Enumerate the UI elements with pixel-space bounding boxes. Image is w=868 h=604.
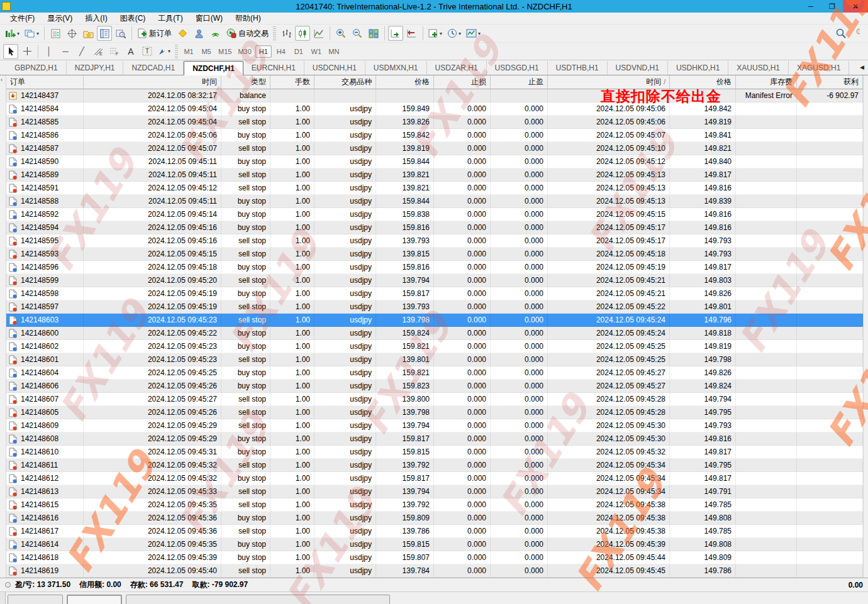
- chart-tab-nzdchf-h1[interactable]: NZDCHF,H1: [184, 61, 243, 75]
- timeframe-button-mn[interactable]: MN: [326, 45, 342, 58]
- menu-item[interactable]: 窗口(W): [189, 12, 229, 25]
- column-header-10[interactable]: 库存费: [736, 75, 797, 89]
- table-row[interactable]: 1421486062024.12.05 09:45:26buy stop1.00…: [6, 380, 863, 393]
- close-button[interactable]: ✕: [843, 0, 868, 13]
- table-row[interactable]: 1421486052024.12.05 09:45:26sell stop1.0…: [6, 406, 863, 419]
- table-row[interactable]: 1421486172024.12.05 09:45:36sell stop1.0…: [6, 525, 863, 538]
- bottom-tab[interactable]: [8, 595, 63, 604]
- maximize-button[interactable]: ❐: [821, 0, 843, 13]
- strategy-tester-button[interactable]: [113, 26, 128, 41]
- chart-tab-usdthb-h1[interactable]: USDTHB,H1: [548, 61, 608, 75]
- table-row[interactable]: 1421485982024.12.05 09:45:19buy stop1.00…: [6, 287, 863, 300]
- profiles-button[interactable]: ▾: [23, 26, 41, 41]
- table-row[interactable]: 1421486192024.12.05 09:45:40sell stop1.0…: [6, 564, 863, 578]
- search-button[interactable]: [833, 26, 849, 41]
- table-row[interactable]: 1421486122024.12.05 09:45:32buy stop1.00…: [6, 472, 863, 485]
- bottom-tab-group[interactable]: [126, 595, 390, 604]
- table-row[interactable]: 1421485932024.12.05 09:45:15sell stop1.0…: [6, 248, 863, 261]
- data-window-button[interactable]: [64, 26, 79, 41]
- navigator-button[interactable]: [81, 26, 96, 41]
- chart-tab-xagusd-h1[interactable]: XAGUSD,H1: [789, 61, 849, 75]
- table-row[interactable]: 1421485882024.12.05 09:45:11buy stop1.00…: [6, 195, 863, 208]
- publisher-button[interactable]: [191, 26, 206, 41]
- new-order-button[interactable]: 新订单: [135, 26, 174, 41]
- chart-shift-button[interactable]: [404, 26, 420, 41]
- column-header-1[interactable]: 时间: [84, 75, 221, 89]
- timeframe-button-w1[interactable]: W1: [308, 45, 325, 58]
- chart-tab-usdmxn-h1[interactable]: USDMXN,H1: [365, 61, 427, 75]
- column-header-7[interactable]: 止盈: [491, 75, 548, 89]
- chart-tab-usdsgd-h1[interactable]: USDSGD,H1: [487, 61, 548, 75]
- table-row[interactable]: 1421485862024.12.05 09:45:06buy stop1.00…: [6, 129, 863, 142]
- table-row[interactable]: 1421486112024.12.05 09:45:32sell stop1.0…: [6, 459, 863, 472]
- cursor-button[interactable]: [3, 44, 18, 59]
- table-row[interactable]: 1421485952024.12.05 09:45:16sell stop1.0…: [6, 234, 863, 248]
- column-header-5[interactable]: 价格: [376, 75, 434, 89]
- table-row[interactable]: 1421485852024.12.05 09:45:04sell stop1.0…: [6, 116, 863, 129]
- table-row[interactable]: 1421486102024.12.05 09:45:31buy stop1.00…: [6, 446, 863, 459]
- bar-chart-button[interactable]: [279, 26, 294, 41]
- table-row[interactable]: 1421486182024.12.05 09:45:39buy stop1.00…: [6, 551, 863, 564]
- timeframe-button-h4[interactable]: H4: [273, 45, 289, 58]
- column-header-3[interactable]: 手数: [270, 75, 314, 89]
- menu-item[interactable]: 帮助(H): [229, 12, 267, 25]
- chart-tab-gbpnzd-h1[interactable]: GBPNZD,H1: [6, 61, 67, 75]
- column-header-11[interactable]: 获利: [797, 75, 863, 89]
- table-row-selected[interactable]: 1421486032024.12.05 09:45:23sell stop1.0…: [6, 314, 863, 327]
- timeframe-button-d1[interactable]: D1: [291, 45, 307, 58]
- tab-scroll-left-icon[interactable]: ◀: [860, 64, 864, 70]
- equidistant-channel-button[interactable]: E: [91, 44, 106, 59]
- crosshair-button[interactable]: [19, 44, 35, 59]
- timeframe-button-m5[interactable]: M5: [198, 45, 214, 58]
- chart-tab-usdzar-h1[interactable]: USDZAR,H1: [427, 61, 487, 75]
- table-row[interactable]: 1421486082024.12.05 09:45:29buy stop1.00…: [6, 432, 863, 446]
- bottom-tab-active[interactable]: [67, 595, 122, 604]
- table-row[interactable]: 1421486092024.12.05 09:45:29sell stop1.0…: [6, 419, 863, 432]
- chart-tab-nzdjpy-h1[interactable]: NZDJPY,H1: [67, 61, 124, 75]
- timeframe-button-h1[interactable]: H1: [255, 45, 272, 58]
- chart-tab-usdcnh-h1[interactable]: USDCNH,H1: [304, 61, 365, 75]
- chart-tab-usdvnd-h1[interactable]: USDVND,H1: [608, 61, 668, 75]
- table-row[interactable]: 1421486142024.12.05 09:45:35buy stop1.00…: [6, 538, 863, 551]
- zoom-out-button[interactable]: [350, 26, 365, 41]
- chart-tab-nzdcad-h1[interactable]: NZDCAD,H1: [123, 61, 184, 75]
- metaeditor-button[interactable]: [175, 26, 190, 41]
- menu-item[interactable]: 显示(V): [41, 12, 79, 25]
- column-header-6[interactable]: 止损: [434, 75, 491, 89]
- templates-button[interactable]: ▾: [464, 26, 482, 41]
- table-row[interactable]: 1421484372024.12.05 08:32:17balanceManif…: [6, 89, 863, 102]
- help-pin-icon[interactable]: [850, 26, 865, 41]
- candlestick-chart-button[interactable]: [295, 26, 310, 41]
- market-watch-button[interactable]: [48, 26, 63, 41]
- table-row[interactable]: 1421485942024.12.05 09:45:16buy stop1.00…: [6, 221, 863, 234]
- table-row[interactable]: 1421485902024.12.05 09:45:11buy stop1.00…: [6, 155, 863, 168]
- arrows-shapes-button[interactable]: ▾: [156, 44, 172, 59]
- column-header-0[interactable]: 订单: [6, 75, 84, 89]
- trendline-button[interactable]: ╱: [74, 44, 89, 59]
- table-row[interactable]: 1421486072024.12.05 09:45:27sell stop1.0…: [6, 393, 863, 406]
- column-header-8[interactable]: 时间/: [548, 75, 670, 89]
- table-row[interactable]: 1421485992024.12.05 09:45:20sell stop1.0…: [6, 274, 863, 287]
- chart-tab-usdhkd-h1[interactable]: USDHKD,H1: [668, 61, 728, 75]
- chart-tab-xauusd-h1[interactable]: XAUUSD,H1: [728, 61, 789, 75]
- text-button[interactable]: A: [123, 44, 138, 59]
- zoom-in-button[interactable]: [333, 26, 348, 41]
- fibonacci-button[interactable]: F: [107, 44, 122, 59]
- table-row[interactable]: 1421486152024.12.05 09:45:35sell stop1.0…: [6, 498, 863, 512]
- table-row[interactable]: 1421486162024.12.05 09:45:36buy stop1.00…: [6, 512, 863, 525]
- table-row[interactable]: 1421486022024.12.05 09:45:23buy stop1.00…: [6, 340, 863, 353]
- menu-item[interactable]: 图表(C): [114, 12, 152, 25]
- chart-tab-eurcnh-h1[interactable]: EURCNH,H1: [243, 61, 304, 75]
- auto-scroll-button[interactable]: [388, 26, 403, 41]
- column-header-9[interactable]: 价格: [670, 75, 736, 89]
- table-row[interactable]: 1421486012024.12.05 09:45:23sell stop1.0…: [6, 353, 863, 366]
- table-row[interactable]: 1421485922024.12.05 09:45:14buy stop1.00…: [6, 208, 863, 221]
- horizontal-line-button[interactable]: ─: [58, 44, 73, 59]
- autotrading-button[interactable]: 自动交易: [224, 26, 270, 41]
- new-chart-button[interactable]: ▾: [3, 26, 21, 41]
- table-row[interactable]: 1421486042024.12.05 09:45:25buy stop1.00…: [6, 366, 863, 380]
- text-label-button[interactable]: T: [140, 44, 155, 59]
- table-row[interactable]: 1421485892024.12.05 09:45:11sell stop1.0…: [6, 168, 863, 182]
- signals-button[interactable]: [208, 26, 223, 41]
- column-header-4[interactable]: 交易品种: [314, 75, 376, 89]
